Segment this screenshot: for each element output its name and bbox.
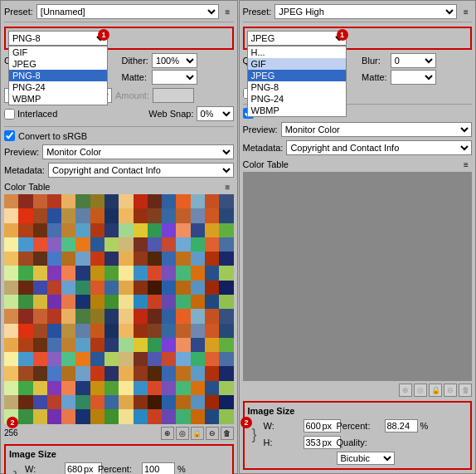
color-cell[interactable] bbox=[219, 237, 233, 252]
color-cell[interactable] bbox=[61, 252, 75, 266]
color-cell[interactable] bbox=[148, 409, 162, 423]
color-cell[interactable] bbox=[134, 352, 148, 366]
color-cell[interactable] bbox=[61, 281, 75, 295]
color-cell[interactable] bbox=[205, 381, 219, 395]
color-cell[interactable] bbox=[191, 409, 205, 423]
color-cell[interactable] bbox=[47, 366, 61, 380]
color-cell[interactable] bbox=[61, 395, 75, 409]
color-cell[interactable] bbox=[191, 352, 205, 366]
color-cell[interactable] bbox=[47, 252, 61, 266]
color-cell[interactable] bbox=[47, 208, 61, 222]
color-cell[interactable] bbox=[205, 352, 219, 366]
color-cell[interactable] bbox=[104, 208, 119, 222]
color-cell[interactable] bbox=[4, 281, 18, 295]
right-preset-select[interactable]: JPEG High bbox=[274, 4, 457, 19]
right-color-table-canvas[interactable] bbox=[243, 172, 473, 381]
color-cell[interactable] bbox=[75, 281, 90, 295]
right-matte-select[interactable] bbox=[391, 70, 436, 85]
color-cell[interactable] bbox=[90, 252, 104, 266]
color-cell[interactable] bbox=[176, 281, 190, 295]
color-cell[interactable] bbox=[148, 366, 162, 380]
left-format-option-png8[interactable]: PNG-8 bbox=[9, 70, 107, 81]
color-cell[interactable] bbox=[104, 281, 119, 295]
color-cell[interactable] bbox=[4, 194, 18, 208]
color-cell[interactable] bbox=[191, 338, 205, 352]
color-cell[interactable] bbox=[33, 281, 47, 295]
color-cell[interactable] bbox=[205, 252, 219, 266]
left-convert-checkbox[interactable] bbox=[4, 130, 15, 141]
color-cell[interactable] bbox=[33, 366, 47, 380]
color-cell[interactable] bbox=[75, 309, 90, 323]
color-cell[interactable] bbox=[205, 324, 219, 338]
color-cell[interactable] bbox=[219, 409, 233, 423]
color-cell[interactable] bbox=[162, 208, 176, 222]
color-cell[interactable] bbox=[219, 309, 233, 323]
color-cell[interactable] bbox=[18, 194, 32, 208]
color-cell[interactable] bbox=[61, 194, 75, 208]
color-cell[interactable] bbox=[219, 352, 233, 366]
color-cell[interactable] bbox=[47, 352, 61, 366]
right-color-table-menu-icon[interactable]: ≡ bbox=[460, 159, 472, 170]
color-cell[interactable] bbox=[4, 237, 18, 252]
color-cell[interactable] bbox=[18, 324, 32, 338]
color-cell[interactable] bbox=[90, 395, 104, 409]
color-cell[interactable] bbox=[61, 366, 75, 380]
color-cell[interactable] bbox=[205, 409, 219, 423]
color-cell[interactable] bbox=[134, 266, 148, 280]
right-format-select[interactable]: JPEG bbox=[247, 31, 347, 46]
color-cell[interactable] bbox=[18, 381, 32, 395]
color-cell[interactable] bbox=[219, 338, 233, 352]
color-cell[interactable] bbox=[4, 295, 18, 309]
right-format-option-png8[interactable]: PNG-8 bbox=[248, 81, 346, 93]
left-color-table-menu-icon[interactable]: ≡ bbox=[222, 181, 234, 193]
color-cell[interactable] bbox=[47, 194, 61, 208]
color-cell[interactable] bbox=[119, 281, 133, 295]
color-cell[interactable] bbox=[90, 309, 104, 323]
color-cell[interactable] bbox=[104, 352, 119, 366]
color-cell[interactable] bbox=[219, 194, 233, 208]
color-cell[interactable] bbox=[47, 381, 61, 395]
color-cell[interactable] bbox=[18, 266, 32, 280]
color-cell[interactable] bbox=[75, 381, 90, 395]
color-cell[interactable] bbox=[61, 266, 75, 280]
color-cell[interactable] bbox=[4, 266, 18, 280]
color-cell[interactable] bbox=[162, 309, 176, 323]
color-cell[interactable] bbox=[162, 237, 176, 252]
color-cell[interactable] bbox=[119, 194, 133, 208]
color-cell[interactable] bbox=[33, 381, 47, 395]
color-cell[interactable] bbox=[219, 295, 233, 309]
color-cell[interactable] bbox=[4, 324, 18, 338]
color-cell[interactable] bbox=[90, 208, 104, 222]
color-cell[interactable] bbox=[148, 194, 162, 208]
color-cell[interactable] bbox=[33, 352, 47, 366]
color-cell[interactable] bbox=[176, 409, 190, 423]
right-ct-btn-2[interactable]: ◎ bbox=[414, 384, 427, 397]
color-cell[interactable] bbox=[61, 409, 75, 423]
color-cell[interactable] bbox=[75, 324, 90, 338]
color-cell[interactable] bbox=[176, 352, 190, 366]
color-cell[interactable] bbox=[75, 223, 90, 237]
color-cell[interactable] bbox=[162, 338, 176, 352]
left-format-option-jpeg[interactable]: JPEG bbox=[9, 58, 107, 70]
color-cell[interactable] bbox=[162, 409, 176, 423]
color-cell[interactable] bbox=[18, 237, 32, 252]
left-interlaced-checkbox[interactable] bbox=[4, 109, 15, 120]
color-cell[interactable] bbox=[90, 324, 104, 338]
color-cell[interactable] bbox=[104, 252, 119, 266]
left-preview-select[interactable]: Monitor Color bbox=[42, 144, 233, 159]
color-cell[interactable] bbox=[18, 409, 32, 423]
color-cell[interactable] bbox=[90, 237, 104, 252]
right-menu-icon[interactable]: ≡ bbox=[460, 6, 472, 17]
color-cell[interactable] bbox=[47, 324, 61, 338]
color-cell[interactable] bbox=[18, 352, 32, 366]
color-cell[interactable] bbox=[191, 223, 205, 237]
color-cell[interactable] bbox=[75, 338, 90, 352]
color-cell[interactable] bbox=[75, 266, 90, 280]
color-cell[interactable] bbox=[191, 266, 205, 280]
color-cell[interactable] bbox=[4, 252, 18, 266]
color-cell[interactable] bbox=[47, 338, 61, 352]
left-ct-btn-5[interactable]: 🗑 bbox=[221, 427, 234, 440]
color-cell[interactable] bbox=[104, 381, 119, 395]
color-cell[interactable] bbox=[90, 381, 104, 395]
color-cell[interactable] bbox=[134, 309, 148, 323]
